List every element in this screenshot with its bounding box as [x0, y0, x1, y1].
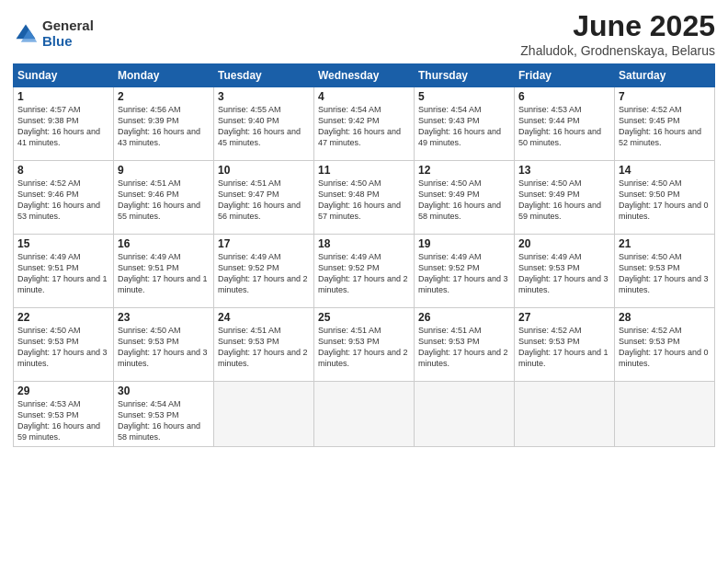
table-row: 1 Sunrise: 4:57 AMSunset: 9:38 PMDayligh…: [14, 87, 114, 161]
table-row: 12 Sunrise: 4:50 AMSunset: 9:49 PMDaylig…: [415, 161, 515, 235]
day-number: 19: [418, 237, 510, 250]
day-info: Sunrise: 4:50 AMSunset: 9:49 PMDaylight:…: [518, 178, 601, 221]
day-number: 16: [118, 237, 210, 250]
day-info: Sunrise: 4:50 AMSunset: 9:53 PMDaylight:…: [619, 252, 709, 294]
day-info: Sunrise: 4:49 AMSunset: 9:52 PMDaylight:…: [318, 252, 408, 294]
table-row: 14 Sunrise: 4:50 AMSunset: 9:50 PMDaylig…: [615, 161, 715, 235]
day-info: Sunrise: 4:54 AMSunset: 9:53 PMDaylight:…: [118, 399, 200, 442]
col-wednesday: Wednesday: [314, 64, 415, 87]
day-info: Sunrise: 4:52 AMSunset: 9:53 PMDaylight:…: [518, 326, 609, 368]
table-row: 27 Sunrise: 4:52 AMSunset: 9:53 PMDaylig…: [515, 308, 615, 382]
day-number: 21: [619, 237, 711, 250]
day-number: 9: [118, 164, 210, 177]
day-info: Sunrise: 4:49 AMSunset: 9:52 PMDaylight:…: [418, 252, 508, 294]
day-number: 30: [118, 385, 210, 397]
day-info: Sunrise: 4:56 AMSunset: 9:39 PMDaylight:…: [118, 105, 200, 147]
table-row: 7 Sunrise: 4:52 AMSunset: 9:45 PMDayligh…: [615, 87, 715, 161]
day-number: 20: [518, 237, 610, 250]
table-row: 25 Sunrise: 4:51 AMSunset: 9:53 PMDaylig…: [314, 308, 415, 382]
day-number: 6: [518, 90, 610, 103]
day-number: 18: [318, 237, 410, 250]
table-row: 26 Sunrise: 4:51 AMSunset: 9:53 PMDaylig…: [415, 308, 515, 382]
col-saturday: Saturday: [615, 64, 715, 87]
day-number: 8: [17, 164, 109, 177]
day-number: 11: [318, 164, 410, 177]
col-monday: Monday: [114, 64, 214, 87]
day-info: Sunrise: 4:54 AMSunset: 9:42 PMDaylight:…: [318, 105, 401, 147]
day-number: 3: [218, 90, 310, 103]
day-info: Sunrise: 4:49 AMSunset: 9:51 PMDaylight:…: [17, 252, 108, 294]
logo-blue: Blue: [42, 34, 94, 50]
table-row: 21 Sunrise: 4:50 AMSunset: 9:53 PMDaylig…: [615, 235, 715, 308]
day-info: Sunrise: 4:51 AMSunset: 9:46 PMDaylight:…: [118, 178, 200, 221]
table-row: [515, 382, 615, 447]
day-info: Sunrise: 4:53 AMSunset: 9:53 PMDaylight:…: [17, 399, 100, 442]
day-info: Sunrise: 4:52 AMSunset: 9:45 PMDaylight:…: [619, 105, 701, 147]
table-row: [214, 382, 314, 447]
table-row: 29 Sunrise: 4:53 AMSunset: 9:53 PMDaylig…: [14, 382, 114, 447]
day-number: 4: [318, 90, 410, 103]
day-number: 12: [418, 164, 510, 177]
table-row: [615, 382, 715, 447]
table-row: 22 Sunrise: 4:50 AMSunset: 9:53 PMDaylig…: [14, 308, 114, 382]
table-row: 5 Sunrise: 4:54 AMSunset: 9:43 PMDayligh…: [415, 87, 515, 161]
day-number: 15: [17, 237, 109, 250]
table-row: 13 Sunrise: 4:50 AMSunset: 9:49 PMDaylig…: [515, 161, 615, 235]
table-row: 6 Sunrise: 4:53 AMSunset: 9:44 PMDayligh…: [515, 87, 615, 161]
header: General Blue June 2025 Zhaludok, Grodnen…: [13, 9, 715, 58]
table-row: 23 Sunrise: 4:50 AMSunset: 9:53 PMDaylig…: [114, 308, 214, 382]
day-number: 17: [218, 237, 310, 250]
day-number: 22: [17, 311, 109, 324]
table-row: 20 Sunrise: 4:49 AMSunset: 9:53 PMDaylig…: [515, 235, 615, 308]
day-number: 26: [418, 311, 510, 324]
day-number: 28: [619, 311, 711, 324]
table-row: 4 Sunrise: 4:54 AMSunset: 9:42 PMDayligh…: [314, 87, 415, 161]
page: General Blue June 2025 Zhaludok, Grodnen…: [0, 0, 728, 563]
table-row: 28 Sunrise: 4:52 AMSunset: 9:53 PMDaylig…: [615, 308, 715, 382]
day-info: Sunrise: 4:51 AMSunset: 9:53 PMDaylight:…: [318, 326, 408, 368]
col-sunday: Sunday: [14, 64, 114, 87]
day-number: 5: [418, 90, 510, 103]
table-row: 11 Sunrise: 4:50 AMSunset: 9:48 PMDaylig…: [314, 161, 415, 235]
day-number: 1: [17, 90, 109, 103]
day-number: 2: [118, 90, 210, 103]
day-number: 29: [17, 385, 109, 397]
day-info: Sunrise: 4:53 AMSunset: 9:44 PMDaylight:…: [518, 105, 601, 147]
day-info: Sunrise: 4:55 AMSunset: 9:40 PMDaylight:…: [218, 105, 301, 147]
logo-icon: [13, 21, 39, 47]
day-info: Sunrise: 4:50 AMSunset: 9:53 PMDaylight:…: [17, 326, 108, 368]
title-block: June 2025 Zhaludok, Grodnenskaya, Belaru…: [520, 9, 715, 58]
day-info: Sunrise: 4:49 AMSunset: 9:52 PMDaylight:…: [218, 252, 308, 294]
day-info: Sunrise: 4:54 AMSunset: 9:43 PMDaylight:…: [418, 105, 501, 147]
day-number: 7: [619, 90, 711, 103]
month-title: June 2025: [520, 9, 715, 43]
table-row: [314, 382, 415, 447]
day-number: 10: [218, 164, 310, 177]
day-info: Sunrise: 4:52 AMSunset: 9:46 PMDaylight:…: [17, 178, 100, 221]
table-row: 8 Sunrise: 4:52 AMSunset: 9:46 PMDayligh…: [14, 161, 114, 235]
day-info: Sunrise: 4:57 AMSunset: 9:38 PMDaylight:…: [17, 105, 100, 147]
day-number: 14: [619, 164, 711, 177]
table-row: 3 Sunrise: 4:55 AMSunset: 9:40 PMDayligh…: [214, 87, 314, 161]
day-info: Sunrise: 4:49 AMSunset: 9:53 PMDaylight:…: [518, 252, 609, 294]
day-info: Sunrise: 4:51 AMSunset: 9:53 PMDaylight:…: [418, 326, 508, 368]
day-number: 24: [218, 311, 310, 324]
logo-text: General Blue: [42, 18, 94, 49]
table-row: 10 Sunrise: 4:51 AMSunset: 9:47 PMDaylig…: [214, 161, 314, 235]
col-thursday: Thursday: [415, 64, 515, 87]
table-row: 17 Sunrise: 4:49 AMSunset: 9:52 PMDaylig…: [214, 235, 314, 308]
day-number: 23: [118, 311, 210, 324]
day-info: Sunrise: 4:51 AMSunset: 9:47 PMDaylight:…: [218, 178, 301, 221]
table-row: 16 Sunrise: 4:49 AMSunset: 9:51 PMDaylig…: [114, 235, 214, 308]
table-row: 19 Sunrise: 4:49 AMSunset: 9:52 PMDaylig…: [415, 235, 515, 308]
day-number: 27: [518, 311, 610, 324]
table-row: 15 Sunrise: 4:49 AMSunset: 9:51 PMDaylig…: [14, 235, 114, 308]
table-row: 9 Sunrise: 4:51 AMSunset: 9:46 PMDayligh…: [114, 161, 214, 235]
table-row: 2 Sunrise: 4:56 AMSunset: 9:39 PMDayligh…: [114, 87, 214, 161]
day-info: Sunrise: 4:50 AMSunset: 9:50 PMDaylight:…: [619, 178, 709, 221]
table-row: [415, 382, 515, 447]
day-number: 25: [318, 311, 410, 324]
day-info: Sunrise: 4:49 AMSunset: 9:51 PMDaylight:…: [118, 252, 208, 294]
day-info: Sunrise: 4:50 AMSunset: 9:48 PMDaylight:…: [318, 178, 401, 221]
day-info: Sunrise: 4:51 AMSunset: 9:53 PMDaylight:…: [218, 326, 308, 368]
